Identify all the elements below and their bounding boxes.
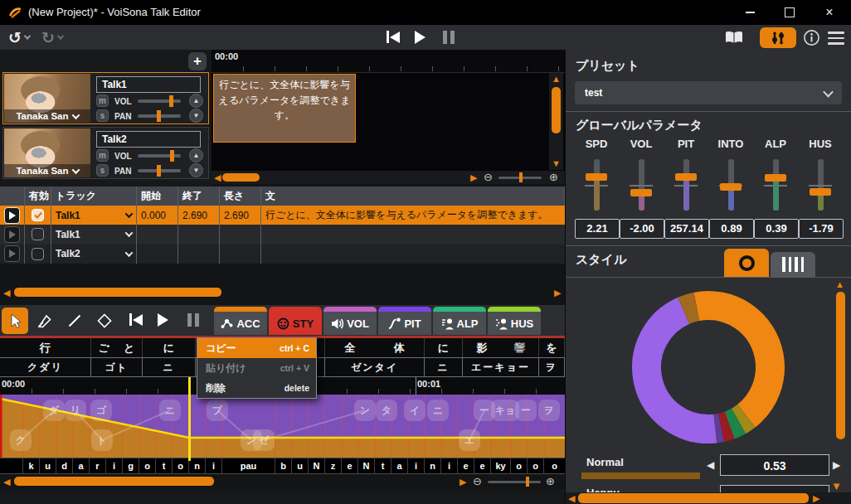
redo-button[interactable]: ↻: [38, 27, 58, 47]
timeline-horizontal-scrollbar[interactable]: ◀ ▶ ⊖ ⊕: [212, 171, 565, 184]
param-tab-sty[interactable]: STY: [269, 307, 322, 335]
info-button[interactable]: [803, 29, 820, 46]
enabled-checkbox[interactable]: [32, 228, 44, 240]
reading-cell[interactable]: ヲ: [539, 358, 565, 376]
mora-chip[interactable]: ダ: [43, 400, 65, 421]
style-hscroll-thumb[interactable]: [578, 493, 809, 503]
zoom-in-icon[interactable]: ⊕: [549, 172, 558, 182]
undo-dropdown-caret[interactable]: [25, 35, 30, 40]
param-value-pit[interactable]: 257.14: [664, 219, 709, 239]
param-value-hus[interactable]: -1.79: [799, 219, 844, 239]
kanji-cell[interactable]: 影響: [463, 338, 539, 357]
phoneme-cell[interactable]: i: [106, 458, 123, 473]
param-tab-hus[interactable]: HUS: [488, 307, 541, 335]
kanji-cell[interactable]: 行: [0, 338, 91, 357]
close-button[interactable]: ×: [810, 0, 849, 25]
param-tab-alp[interactable]: ALP: [433, 307, 486, 335]
mute-button[interactable]: m: [96, 94, 109, 107]
track-card[interactable]: Tanaka SanTalk2mVOL▲sPAN▼: [2, 127, 209, 179]
maximize-button[interactable]: [770, 0, 810, 25]
mora-chip[interactable]: ゼ: [253, 429, 275, 451]
hamburger-menu-button[interactable]: [828, 30, 844, 46]
phoneme-cell[interactable]: u: [40, 458, 56, 473]
row-play-button[interactable]: [4, 207, 20, 224]
table-row[interactable]: Talk10.0002.6902.690行ごとに、文全体に影響を与えるパラメータ…: [0, 206, 565, 225]
slider-handle[interactable]: [586, 173, 607, 181]
timeline-vertical-scrollbar[interactable]: ▲ ▼: [549, 73, 563, 170]
phoneme-cell[interactable]: e: [342, 458, 358, 473]
param-value-vol[interactable]: -2.00: [620, 219, 664, 239]
scroll-right-icon[interactable]: ▶: [460, 477, 466, 487]
voice-selector[interactable]: Tanaka San: [4, 164, 90, 177]
track-card[interactable]: Tanaka SanTalk1mVOL▲sPAN▼: [2, 72, 209, 124]
slider-handle[interactable]: [157, 165, 161, 177]
phoneme-cell[interactable]: t: [156, 458, 173, 473]
scroll-up-icon[interactable]: ▲: [835, 280, 844, 289]
track-select[interactable]: Talk2: [51, 245, 137, 264]
param-value-alp[interactable]: 0.39: [754, 219, 799, 239]
style-sliders-view-button[interactable]: [771, 252, 815, 277]
add-track-button[interactable]: +: [188, 52, 207, 70]
reading-cell[interactable]: ニ: [143, 358, 196, 376]
play-button[interactable]: [415, 31, 426, 44]
playhead[interactable]: [188, 377, 191, 461]
phoneme-cell[interactable]: pau: [222, 458, 275, 473]
volume-slider[interactable]: [138, 154, 181, 158]
param-tab-acc[interactable]: ACC: [214, 307, 267, 335]
phoneme-cell[interactable]: r: [90, 458, 106, 473]
phoneme-cell[interactable]: o: [528, 458, 544, 473]
slider-handle[interactable]: [765, 174, 786, 182]
timeline-vscroll-thumb[interactable]: [552, 87, 561, 133]
style-parameter-canvas[interactable]: ダリゴニブンタイニーキョーヲクトンゼエ: [0, 395, 565, 458]
mora-chip[interactable]: ク: [10, 429, 32, 451]
mora-chip[interactable]: リ: [65, 400, 86, 421]
slider-handle[interactable]: [157, 110, 161, 122]
zoom-in-icon[interactable]: ⊕: [546, 476, 555, 487]
table-horizontal-scrollbar[interactable]: ◀ ▶: [0, 285, 565, 300]
pen-tool-button[interactable]: [32, 308, 58, 334]
scroll-left-icon[interactable]: ◀: [3, 288, 10, 298]
editor-horizontal-scrollbar[interactable]: ◀ ▶ ⊖ ⊕: [0, 474, 565, 489]
style-vscroll-thumb[interactable]: [836, 292, 845, 439]
scroll-down-icon[interactable]: ▼: [831, 481, 842, 492]
reading-cell[interactable]: ゼンタイ: [325, 358, 425, 376]
preset-dropdown[interactable]: test: [575, 81, 842, 104]
scroll-right-icon[interactable]: ▶: [470, 173, 477, 182]
pause-button[interactable]: [186, 313, 201, 327]
phoneme-cell[interactable]: o: [173, 458, 189, 473]
volume-slider[interactable]: [138, 99, 181, 103]
slider-handle[interactable]: [170, 150, 174, 162]
phoneme-cell[interactable]: e: [458, 458, 474, 473]
pause-button[interactable]: [441, 31, 456, 44]
kanji-cell[interactable]: を: [539, 338, 565, 357]
solo-button[interactable]: s: [96, 109, 109, 122]
phoneme-cell[interactable]: i: [206, 458, 222, 473]
line-tool-button[interactable]: [61, 308, 88, 334]
phoneme-cell[interactable]: ky: [491, 458, 511, 473]
kanji-cell[interactable]: に: [425, 338, 463, 357]
minimize-button[interactable]: [730, 0, 770, 25]
scroll-up-icon[interactable]: ▲: [552, 75, 561, 84]
scroll-right-icon[interactable]: ▶: [554, 288, 561, 298]
phoneme-cell[interactable]: k: [23, 458, 40, 473]
param-tab-vol[interactable]: VOL: [323, 307, 377, 335]
play-button[interactable]: [158, 313, 168, 327]
enabled-checkbox[interactable]: [32, 248, 44, 260]
mora-chip[interactable]: ト: [91, 429, 113, 451]
slider-handle[interactable]: [720, 183, 742, 191]
phoneme-cell[interactable]: o: [139, 458, 156, 473]
reading-cell[interactable]: クダリ: [0, 358, 91, 376]
phoneme-cell[interactable]: t: [375, 458, 391, 473]
slider-handle[interactable]: [810, 188, 831, 196]
redo-dropdown-caret[interactable]: [58, 35, 63, 40]
phoneme-cell[interactable]: b: [275, 458, 292, 473]
decrement-arrow-icon[interactable]: ◀: [707, 460, 714, 470]
row-play-button[interactable]: [4, 226, 20, 243]
phoneme-cell[interactable]: a: [391, 458, 408, 473]
scroll-left-icon[interactable]: ◀: [3, 477, 10, 487]
track-select[interactable]: Talk1: [51, 206, 137, 225]
table-hscroll-thumb[interactable]: [14, 288, 221, 297]
phoneme-cell[interactable]: N: [309, 458, 325, 473]
pan-slider[interactable]: [138, 169, 181, 172]
phoneme-cell[interactable]: z: [325, 458, 342, 473]
